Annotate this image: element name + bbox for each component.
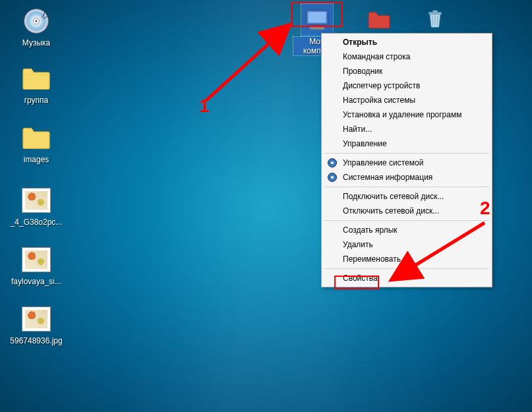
svg-line-16 xyxy=(206,24,290,101)
desktop-icon-gruppa[interactable]: группа xyxy=(10,63,63,105)
icon-label: _4_G38o2pc... xyxy=(11,218,63,227)
menu-item-sysinfo[interactable]: Системная информация xyxy=(323,170,490,185)
menu-item-shortcut[interactable]: Создать ярлык xyxy=(323,223,490,237)
menu-item-properties[interactable]: Свойства xyxy=(323,271,490,285)
menu-separator xyxy=(324,268,489,269)
desktop-icon-redfolder[interactable] xyxy=(359,4,399,36)
menu-item-find[interactable]: Найти... xyxy=(323,122,490,136)
menu-item-unmapdrive[interactable]: Отключить сетевой диск... xyxy=(323,204,490,218)
menu-item-sysconfig[interactable]: Настройка системы xyxy=(323,93,490,107)
icon-label: faylovaya_si... xyxy=(11,277,61,286)
red-folder-icon xyxy=(363,4,395,36)
menu-item-manage[interactable]: Управление xyxy=(323,136,490,151)
desktop-icon-recycle[interactable] xyxy=(415,3,455,34)
menu-item-mapdrive[interactable]: Подключить сетевой диск... xyxy=(323,189,490,204)
menu-item-devmgr[interactable]: Диспетчер устройств xyxy=(323,78,490,93)
icon-label: 596748936.jpg xyxy=(10,336,62,345)
svg-point-15 xyxy=(331,176,334,179)
annotation-arrow-1 xyxy=(198,16,303,109)
cd-icon xyxy=(20,5,52,37)
svg-rect-4 xyxy=(308,12,326,23)
desktop-icon-music[interactable]: Музыка xyxy=(10,5,63,47)
image-file-icon xyxy=(20,185,52,216)
image-file-icon xyxy=(20,303,52,335)
menu-item-delete[interactable]: Удалить xyxy=(323,237,490,252)
icon-label: images xyxy=(24,155,49,164)
image-file-icon xyxy=(20,244,52,276)
disc-icon xyxy=(327,158,338,168)
desktop-icon-file3[interactable]: 596748936.jpg xyxy=(10,303,63,345)
annotation-label-1: 1 xyxy=(199,96,210,117)
desktop-icon-file1[interactable]: _4_G38o2pc... xyxy=(10,185,63,227)
menu-item-sysmanage[interactable]: Управление системой xyxy=(323,156,490,170)
svg-rect-5 xyxy=(314,24,321,27)
desktop-icon-file2[interactable]: faylovaya_si... xyxy=(10,244,63,286)
svg-rect-6 xyxy=(310,27,324,30)
folder-icon xyxy=(20,122,52,154)
disc-icon xyxy=(327,172,338,183)
menu-item-addremove[interactable]: Установка и удаление программ xyxy=(323,107,490,122)
recycle-bin-icon xyxy=(419,3,451,34)
computer-icon xyxy=(301,4,333,36)
context-menu: Открыть Командная строка Проводник Диспе… xyxy=(321,33,492,287)
menu-item-open[interactable]: Открыть xyxy=(323,35,490,49)
menu-item-rename[interactable]: Переименовать xyxy=(323,252,490,266)
icon-label: группа xyxy=(24,96,49,105)
menu-item-cmd[interactable]: Командная строка xyxy=(323,49,490,64)
menu-item-explorer[interactable]: Проводник xyxy=(323,64,490,78)
menu-separator xyxy=(324,220,489,221)
folder-icon xyxy=(20,63,52,94)
menu-separator xyxy=(324,187,489,187)
svg-point-13 xyxy=(331,162,334,164)
icon-label: Музыка xyxy=(22,38,50,47)
svg-rect-8 xyxy=(433,11,438,13)
menu-separator xyxy=(324,153,489,154)
desktop-icon-images[interactable]: images xyxy=(10,122,63,164)
svg-point-2 xyxy=(35,20,38,22)
